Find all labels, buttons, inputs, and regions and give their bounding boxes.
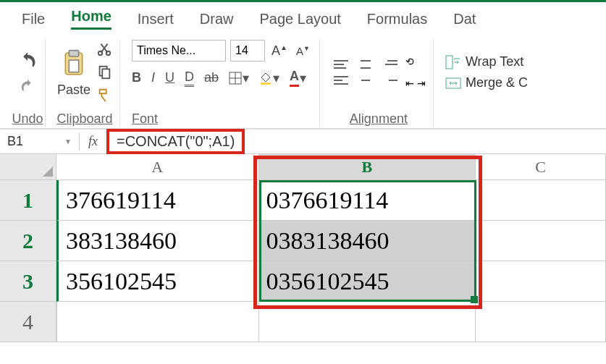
- wrap-text-button[interactable]: Wrap Text: [445, 54, 523, 69]
- cell-a1[interactable]: 376619114: [56, 180, 259, 221]
- align-bottom-icon[interactable]: [381, 58, 400, 71]
- cell-a4[interactable]: [56, 302, 259, 342]
- formula-input[interactable]: =CONCAT("0";A1): [106, 129, 245, 154]
- paste-label: Paste: [57, 82, 91, 98]
- underline-button[interactable]: U: [165, 70, 174, 85]
- group-label-alignment: Alignment: [350, 111, 408, 127]
- svg-rect-1: [69, 50, 78, 56]
- svg-rect-2: [69, 60, 78, 72]
- fx-label[interactable]: fx: [80, 134, 106, 149]
- svg-rect-11: [446, 56, 453, 69]
- group-label-undo: Undo: [12, 111, 43, 127]
- increase-font-icon[interactable]: A▲: [269, 43, 290, 59]
- group-font: A▲ A▼ B I U D ab ▾ ▾ A▾ Font: [125, 40, 320, 127]
- format-painter-icon[interactable]: [96, 88, 112, 103]
- row-header-4[interactable]: 4: [0, 302, 56, 342]
- merge-icon: [445, 76, 461, 90]
- tab-file[interactable]: File: [22, 11, 45, 27]
- merge-center-button[interactable]: Merge & C: [445, 75, 528, 90]
- bold-button[interactable]: B: [132, 70, 141, 85]
- ribbon: Undo Paste Clipboard A▲ A▼: [0, 33, 606, 130]
- cell-c2[interactable]: [476, 221, 606, 261]
- col-header-a[interactable]: A: [56, 154, 259, 179]
- cell-c1[interactable]: [476, 180, 606, 221]
- tab-home[interactable]: Home: [71, 8, 111, 30]
- tab-draw[interactable]: Draw: [200, 11, 234, 27]
- merge-center-label: Merge & C: [466, 75, 528, 90]
- cell-c3[interactable]: [476, 261, 606, 302]
- double-underline-button[interactable]: D: [185, 69, 194, 87]
- cell-a3[interactable]: 356102545: [56, 261, 259, 302]
- cell-b1[interactable]: 0376619114: [259, 180, 476, 221]
- cut-icon[interactable]: [96, 41, 112, 57]
- fill-color-button[interactable]: ▾: [259, 70, 279, 86]
- increase-indent-icon[interactable]: ⇥: [417, 77, 426, 89]
- ribbon-tabs: File Home Insert Draw Page Layout Formul…: [0, 2, 606, 33]
- row-header-1[interactable]: 1: [0, 180, 56, 221]
- select-all-corner[interactable]: [0, 154, 56, 179]
- group-label-clipboard: Clipboard: [56, 111, 112, 127]
- font-color-button[interactable]: A▾: [290, 69, 306, 87]
- copy-icon[interactable]: [96, 64, 112, 80]
- group-undo: Undo: [10, 40, 46, 127]
- formula-bar: B1 ▼ fx =CONCAT("0";A1): [0, 130, 606, 154]
- svg-point-3: [98, 51, 103, 56]
- redo-icon[interactable]: [20, 78, 35, 94]
- font-size-select[interactable]: [230, 40, 265, 62]
- font-name-select[interactable]: [132, 40, 226, 62]
- clipboard-icon: [59, 48, 88, 80]
- col-header-b[interactable]: B: [259, 154, 476, 179]
- row-header-3[interactable]: 3: [0, 261, 56, 302]
- strikethrough-button[interactable]: ab: [204, 70, 219, 85]
- cell-c4[interactable]: [476, 302, 606, 342]
- group-alignment: ⟲ ⇤ ⇥ Alignment: [324, 40, 434, 127]
- paste-button[interactable]: Paste: [57, 48, 91, 98]
- align-top-icon[interactable]: [332, 58, 350, 71]
- undo-icon[interactable]: [17, 51, 38, 71]
- cell-b2[interactable]: 0383138460: [259, 221, 476, 261]
- align-left-icon[interactable]: [332, 74, 350, 87]
- align-right-icon[interactable]: [381, 74, 400, 87]
- decrease-font-icon[interactable]: A▼: [294, 45, 312, 57]
- tab-formulas[interactable]: Formulas: [367, 11, 427, 27]
- svg-rect-6: [102, 69, 109, 78]
- col-header-c[interactable]: C: [476, 154, 606, 179]
- align-center-icon[interactable]: [356, 74, 375, 87]
- decrease-indent-icon[interactable]: ⇤: [405, 77, 414, 89]
- tab-data[interactable]: Dat: [453, 11, 476, 27]
- borders-button[interactable]: ▾: [229, 70, 249, 86]
- spreadsheet-grid: A B C 1 376619114 0376619114 2 383138460…: [0, 154, 606, 342]
- wrap-text-label: Wrap Text: [466, 54, 523, 69]
- name-box-value: B1: [7, 134, 23, 149]
- wrap-text-icon: [445, 55, 461, 69]
- group-wrap-merge: Wrap Text Merge & C: [438, 40, 535, 127]
- orientation-icon[interactable]: ⟲: [405, 56, 426, 75]
- cell-a2[interactable]: 383138460: [56, 221, 259, 261]
- name-box[interactable]: B1 ▼: [0, 132, 80, 151]
- row-header-2[interactable]: 2: [0, 221, 56, 261]
- cell-b4[interactable]: [259, 302, 476, 342]
- align-middle-icon[interactable]: [356, 58, 375, 71]
- svg-rect-10: [261, 82, 271, 85]
- tab-page-layout[interactable]: Page Layout: [260, 11, 341, 27]
- group-label-font: Font: [132, 111, 158, 127]
- italic-button[interactable]: I: [151, 70, 155, 85]
- tab-insert[interactable]: Insert: [138, 11, 174, 27]
- name-box-dropdown-icon[interactable]: ▼: [64, 137, 72, 145]
- group-clipboard: Paste Clipboard: [50, 40, 120, 127]
- svg-point-4: [106, 51, 111, 56]
- cell-b3[interactable]: 0356102545: [259, 261, 476, 302]
